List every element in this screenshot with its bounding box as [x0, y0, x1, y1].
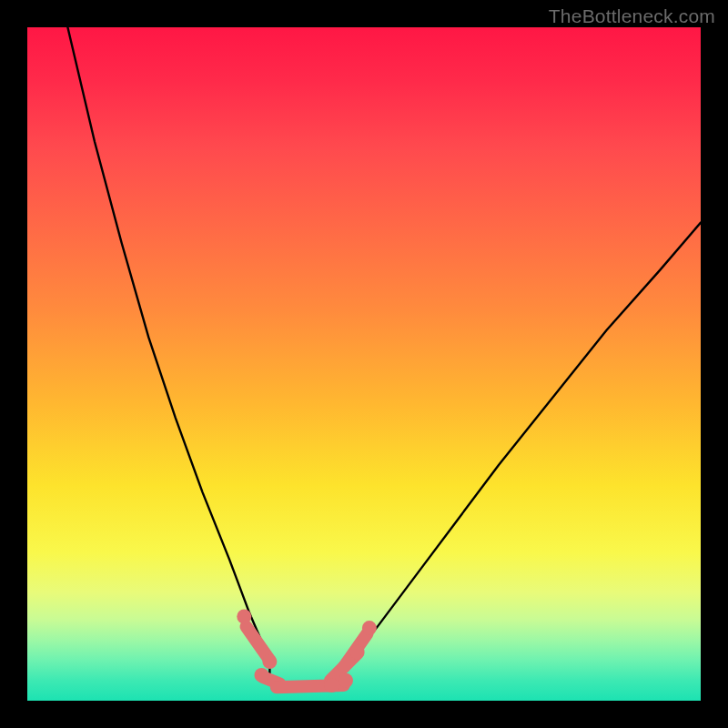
svg-point-2 [255, 668, 269, 682]
svg-point-3 [339, 673, 353, 688]
svg-point-1 [262, 654, 277, 669]
svg-point-6 [362, 621, 377, 635]
bottleneck-curve [67, 27, 701, 687]
watermark-text: TheBottleneck.com [549, 5, 715, 27]
chart-frame: TheBottleneck.com [0, 0, 728, 728]
curve-svg [27, 27, 701, 701]
svg-point-5 [350, 645, 365, 660]
plot-area [27, 27, 701, 701]
svg-point-0 [237, 610, 251, 624]
svg-point-4 [325, 678, 339, 693]
